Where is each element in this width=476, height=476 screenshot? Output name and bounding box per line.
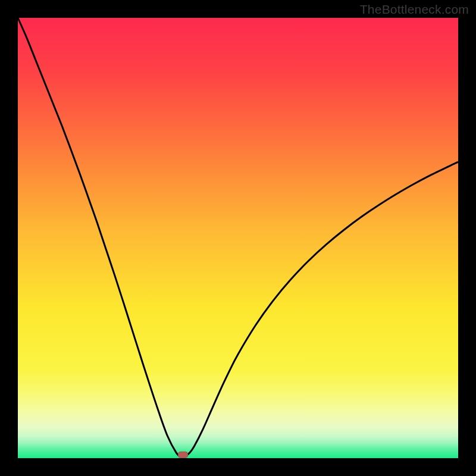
optimum-marker (178, 452, 188, 458)
plot-area (18, 18, 458, 458)
gradient-background (18, 18, 458, 458)
chart-svg (18, 18, 458, 458)
chart-container: TheBottleneck.com (0, 0, 476, 476)
watermark-text: TheBottleneck.com (360, 2, 469, 17)
